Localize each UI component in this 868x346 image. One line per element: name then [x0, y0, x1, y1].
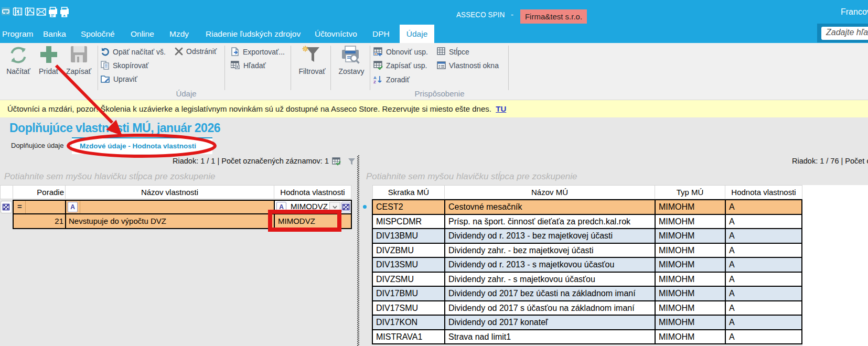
- svg-text:Z: Z: [373, 80, 376, 84]
